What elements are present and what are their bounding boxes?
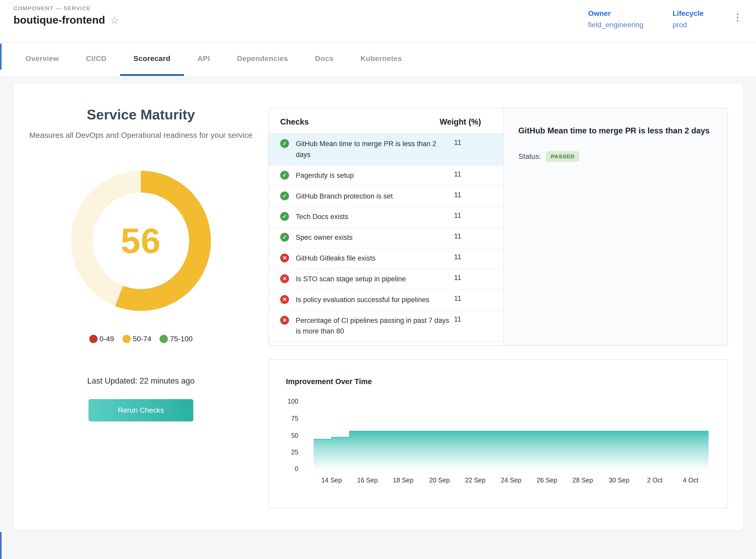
x-tick-label: 28 Sep: [572, 476, 593, 484]
last-updated-text: Last Updated: 22 minutes ago: [29, 376, 253, 386]
tab-api[interactable]: API: [184, 43, 223, 76]
lifecycle-block: Lifecycle prod: [672, 9, 704, 42]
y-tick-label: 25: [291, 448, 298, 456]
tab-dependencies[interactable]: Dependencies: [223, 43, 301, 76]
status-label: Status:: [518, 152, 541, 161]
check-passed-icon: [280, 171, 289, 180]
weight-header-label: Weight (%): [439, 117, 481, 127]
y-tick-label: 75: [291, 415, 298, 422]
tab-bar: Overview CI/CD Scorecard API Dependencie…: [0, 43, 756, 76]
improvement-chart-title: Improvement Over Time: [269, 377, 728, 386]
scorecard-subtitle: Measures all DevOps and Operational read…: [29, 129, 253, 142]
tab-docs[interactable]: Docs: [301, 43, 347, 76]
donut-hole: 56: [93, 193, 189, 289]
checks-list: Checks Weight (%) GitHub Mean time to me…: [269, 109, 503, 345]
x-tick-label: 16 Sep: [357, 476, 377, 484]
page-title: boutique-frontend: [14, 14, 105, 26]
owner-block: Owner field_engineering: [588, 9, 643, 42]
check-row[interactable]: Is policy evaluation successful for pipe…: [269, 290, 503, 311]
status-badge: PASSED: [546, 151, 579, 162]
y-tick-label: 50: [291, 432, 298, 439]
header: COMPONENT — SERVICE boutique-frontend ☆ …: [0, 0, 756, 43]
check-row[interactable]: Spec owner exists 11: [269, 228, 503, 248]
content-area: Service Maturity Measures all DevOps and…: [0, 76, 756, 559]
check-row[interactable]: Percentage of CI pipelines passing in pa…: [269, 311, 503, 342]
checks-header-label: Checks: [280, 117, 309, 127]
x-tick-label: 2 Oct: [647, 476, 663, 484]
legend-label: 75-100: [170, 335, 192, 343]
x-tick-label: 14 Sep: [321, 476, 342, 484]
x-tick-label: 30 Sep: [609, 476, 629, 484]
check-failed-icon: [280, 274, 289, 283]
tab-kubernetes[interactable]: Kubernetes: [347, 43, 415, 76]
check-detail-panel: GitHub Mean time to merge PR is less tha…: [503, 109, 728, 345]
x-tick-label: 18 Sep: [393, 476, 413, 484]
maturity-score: 56: [121, 221, 161, 261]
check-row[interactable]: GitHub Mean time to merge PR is less tha…: [269, 134, 503, 165]
app-root: COMPONENT — SERVICE boutique-frontend ☆ …: [0, 0, 756, 559]
x-tick-label: 20 Sep: [429, 476, 450, 484]
check-row[interactable]: Is STO scan stage setup in pipeline 11: [269, 269, 503, 290]
owner-value-link[interactable]: field_engineering: [588, 21, 643, 29]
legend-dot: [122, 335, 131, 343]
check-failed-icon: [280, 253, 289, 262]
checks-panel: Checks Weight (%) GitHub Mean time to me…: [268, 84, 744, 531]
tab-scorecard[interactable]: Scorecard: [120, 43, 184, 76]
check-passed-icon: [280, 212, 289, 221]
check-row[interactable]: Pagerduty is setup 11: [269, 165, 503, 186]
check-row[interactable]: GitHub Branch protection is set 11: [269, 186, 503, 207]
lifecycle-label-link[interactable]: Lifecycle: [672, 9, 704, 18]
check-failed-icon: [280, 316, 289, 325]
checks-list-header: Checks Weight (%): [269, 109, 503, 134]
tab-overview[interactable]: Overview: [12, 43, 72, 76]
legend-item: 75-100: [160, 335, 192, 343]
rerun-checks-button[interactable]: Rerun Checks: [89, 399, 193, 422]
improvement-area: [314, 431, 709, 469]
y-tick-label: 100: [288, 398, 298, 405]
legend-item: 0-49: [89, 335, 114, 343]
legend-item: 50-74: [122, 335, 152, 343]
checks-card: Checks Weight (%) GitHub Mean time to me…: [268, 108, 728, 346]
improvement-chart: 100 75 50 25 0 14 Sep 16 Sep 18 Sep 20 S…: [269, 391, 728, 487]
improvement-card: Improvement Over Time 100 75: [268, 359, 728, 508]
x-tick-label: 22 Sep: [465, 476, 485, 484]
legend-dot: [89, 335, 97, 343]
left-accent-bottom: [0, 532, 2, 559]
scorecard-title: Service Maturity: [29, 106, 253, 122]
y-tick-label: 0: [295, 465, 298, 472]
header-right: Owner field_engineering Lifecycle prod ⋮: [588, 5, 742, 42]
kebab-menu-icon[interactable]: ⋮: [733, 12, 742, 42]
legend-dot: [160, 335, 168, 343]
tab-cicd[interactable]: CI/CD: [72, 43, 120, 76]
maturity-panel: Service Maturity Measures all DevOps and…: [14, 84, 268, 531]
legend-label: 50-74: [133, 335, 152, 343]
score-legend: 0-49 50-74 75-100: [29, 335, 253, 343]
x-tick-label: 26 Sep: [536, 476, 557, 484]
owner-label-link[interactable]: Owner: [588, 9, 643, 18]
left-accent-top: [0, 44, 2, 70]
check-passed-icon: [280, 139, 289, 148]
x-tick-label: 4 Oct: [683, 476, 698, 484]
lifecycle-value-link[interactable]: prod: [672, 21, 704, 29]
check-passed-icon: [280, 233, 289, 242]
check-passed-icon: [280, 192, 289, 200]
x-tick-label: 24 Sep: [501, 476, 521, 484]
star-icon[interactable]: ☆: [110, 15, 119, 25]
legend-label: 0-49: [100, 335, 114, 343]
check-failed-icon: [280, 295, 289, 304]
check-row[interactable]: Tech Docs exists 11: [269, 207, 503, 228]
scorecard-card: Service Maturity Measures all DevOps and…: [14, 84, 743, 531]
maturity-donut: 56: [71, 171, 211, 311]
breadcrumb: COMPONENT — SERVICE: [14, 5, 119, 12]
check-detail-title: GitHub Mean time to merge PR is less tha…: [518, 124, 710, 138]
check-row[interactable]: GitHub Gitleaks file exists 11: [269, 248, 503, 269]
header-left: COMPONENT — SERVICE boutique-frontend ☆: [14, 5, 119, 42]
